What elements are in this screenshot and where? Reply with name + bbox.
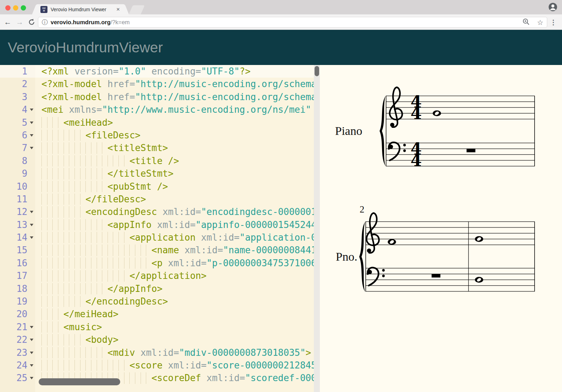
notation-panel: Piano 4 4	[320, 65, 562, 392]
editor-line[interactable]: 11 </fileDesc>	[0, 193, 320, 205]
profile-icon[interactable]	[548, 2, 557, 13]
fold-arrow-icon[interactable]	[30, 326, 33, 328]
line-number: 4	[22, 103, 27, 116]
fold-arrow-icon[interactable]	[30, 211, 33, 213]
code-line[interactable]: <body>	[35, 333, 320, 346]
editor-vertical-scrollbar-thumb[interactable]	[315, 66, 319, 76]
verovio-favicon-icon: VV H	[40, 6, 47, 13]
editor-line[interactable]: 17 </application>	[0, 269, 320, 282]
code-line[interactable]: </appInfo>	[35, 282, 320, 295]
code-line[interactable]: <meiHead>	[35, 116, 320, 129]
editor-line[interactable]: 14 <application xml:id="application-00"	[0, 231, 320, 244]
traffic-light-close-icon[interactable]	[5, 5, 11, 11]
fold-arrow-icon[interactable]	[30, 147, 33, 149]
editor-line[interactable]: 24 <score xml:id="score-00000002128458"	[0, 359, 320, 372]
tab-close-icon[interactable]: ×	[116, 6, 121, 12]
bookmark-star-icon[interactable]: ☆	[537, 18, 543, 27]
url-address-bar[interactable]: ⓘ verovio.humdrum.org /?k=em ☆	[38, 17, 547, 28]
indent-guides	[41, 168, 108, 179]
code-line[interactable]: <score xml:id="score-00000002128458"	[35, 359, 320, 372]
editor-line[interactable]: 22 <body>	[0, 333, 320, 346]
editor-line[interactable]: 2<?xml-model href="http://music-encoding…	[0, 78, 320, 90]
gutter-cell: 1	[0, 65, 35, 78]
whole-note-m3-bass[interactable]	[475, 277, 483, 282]
code-line[interactable]: <title />	[35, 155, 320, 167]
code-line[interactable]: <mei xmlns="http://www.music-encoding.or…	[35, 103, 320, 116]
editor-line[interactable]: 1<?xml version="1.0" encoding="UTF-8"?>	[0, 65, 320, 78]
editor-line[interactable]: 10 <pubStmt />	[0, 180, 320, 193]
code-line[interactable]: <mdiv xml:id="mdiv-0000000873018035">	[35, 346, 320, 359]
traffic-light-maximize-icon[interactable]	[21, 5, 26, 11]
editor-line[interactable]: 19 </encodingDesc>	[0, 295, 320, 308]
editor-line[interactable]: 8 <title />	[0, 155, 320, 167]
traffic-light-minimize-icon[interactable]	[13, 5, 18, 11]
code-line[interactable]: <name xml:id="name-000000084412"	[35, 244, 320, 256]
page-info-icon[interactable]: ⓘ	[42, 18, 48, 26]
whole-rest-m2-bass[interactable]	[432, 274, 440, 277]
editor-line[interactable]: 18 </appInfo>	[0, 282, 320, 295]
code-line[interactable]: <application xml:id="application-00"	[35, 231, 320, 244]
editor-line[interactable]: 9 </titleStmt>	[0, 167, 320, 180]
indent-guides	[41, 270, 129, 281]
code-line[interactable]: </titleStmt>	[35, 167, 320, 180]
whole-note-m2-treble[interactable]	[388, 239, 396, 245]
editor-line[interactable]: 16 <p xml:id="p-00000003475371006">	[0, 257, 320, 269]
editor-line[interactable]: 4<mei xmlns="http://www.music-encoding.o…	[0, 103, 320, 116]
whole-note-m3-treble[interactable]	[475, 236, 483, 242]
code-line[interactable]: </meiHead>	[35, 308, 320, 320]
fold-arrow-icon[interactable]	[30, 339, 33, 341]
editor-line[interactable]: 5 <meiHead>	[0, 116, 320, 129]
back-button[interactable]: ←	[3, 17, 13, 27]
gutter-cell: 10	[0, 180, 35, 193]
code-line[interactable]: <titleStmt>	[35, 142, 320, 154]
browser-menu-icon[interactable]: ⋮	[550, 18, 557, 26]
fold-arrow-icon[interactable]	[30, 122, 33, 124]
whole-note-m1-treble[interactable]	[433, 110, 441, 116]
app-title: VerovioHumdrumViewer	[8, 39, 163, 56]
editor-line[interactable]: 7 <titleStmt>	[0, 142, 320, 154]
line-number: 22	[17, 333, 27, 346]
fold-arrow-icon[interactable]	[30, 364, 33, 367]
gutter-cell: 6	[0, 129, 35, 142]
staff-brace-icon	[380, 96, 386, 166]
timesig-denominator: 4	[411, 104, 422, 123]
staff-label-pno: Pno.	[336, 250, 357, 263]
code-line[interactable]: </application>	[35, 269, 320, 282]
editor-line[interactable]: 12 <encodingDesc xml:id="encodingdesc-00…	[0, 205, 320, 218]
code-editor[interactable]: 1<?xml version="1.0" encoding="UTF-8"?>2…	[0, 65, 320, 392]
page-zoom-icon[interactable]	[522, 18, 530, 27]
editor-horizontal-scrollbar-thumb[interactable]	[39, 378, 120, 385]
code-line[interactable]: <appInfo xml:id="appinfo-00000015452447"	[35, 218, 320, 231]
editor-line[interactable]: 15 <name xml:id="name-000000084412"	[0, 244, 320, 256]
fold-arrow-icon[interactable]	[30, 224, 33, 226]
browser-tab[interactable]: VV H Verovio Humdrum Viewer ×	[37, 4, 124, 14]
code-line[interactable]: <pubStmt />	[35, 180, 320, 193]
code-line[interactable]: </encodingDesc>	[35, 295, 320, 308]
code-line[interactable]: <?xml version="1.0" encoding="UTF-8"?>	[35, 65, 320, 78]
code-line[interactable]: <?xml-model href="http://music-encoding.…	[35, 78, 320, 90]
fold-arrow-icon[interactable]	[30, 377, 33, 379]
fold-arrow-icon[interactable]	[30, 352, 33, 354]
code-line[interactable]: <encodingDesc xml:id="encodingdesc-00000…	[35, 205, 320, 218]
forward-button[interactable]: →	[15, 17, 25, 27]
whole-rest-m1-bass[interactable]	[467, 149, 476, 152]
time-signature: 4 4 4 4	[411, 92, 422, 170]
refresh-button[interactable]	[27, 17, 37, 27]
editor-line[interactable]: 20 </meiHead>	[0, 308, 320, 320]
editor-line[interactable]: 13 <appInfo xml:id="appinfo-000000154524…	[0, 218, 320, 231]
editor-line[interactable]: 6 <fileDesc>	[0, 129, 320, 142]
code-line[interactable]: </fileDesc>	[35, 193, 320, 205]
fold-arrow-icon[interactable]	[30, 109, 33, 111]
gutter-cell: 20	[0, 308, 35, 320]
code-line[interactable]: <fileDesc>	[35, 129, 320, 142]
code-line[interactable]: <?xml-model href="http://music-encoding.…	[35, 91, 320, 103]
editor-vertical-scrollbar-track[interactable]	[314, 65, 320, 392]
fold-arrow-icon[interactable]	[30, 236, 33, 239]
editor-line[interactable]: 3<?xml-model href="http://music-encoding…	[0, 91, 320, 103]
code-line[interactable]: <music>	[35, 321, 320, 333]
editor-line[interactable]: 23 <mdiv xml:id="mdiv-0000000873018035">	[0, 346, 320, 359]
editor-line[interactable]: 21 <music>	[0, 321, 320, 333]
code-line[interactable]: <p xml:id="p-00000003475371006">	[35, 257, 320, 269]
fold-arrow-icon[interactable]	[30, 134, 33, 137]
new-tab-button[interactable]	[129, 5, 145, 14]
